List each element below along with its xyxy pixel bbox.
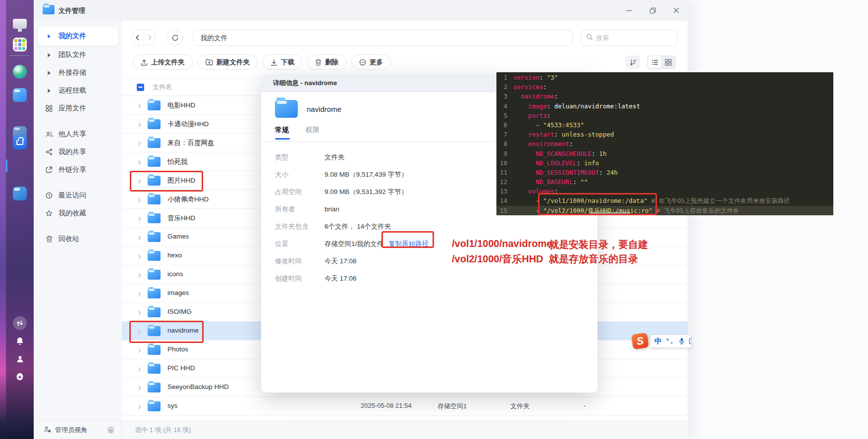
ime-keyboard-icon[interactable] (689, 338, 692, 344)
toolbar-button-2[interactable]: 新建文件夹 (198, 54, 258, 70)
expander-icon[interactable] (137, 215, 142, 224)
sidebar-item-7[interactable]: 我的共享 (38, 144, 118, 160)
sort-icon[interactable] (625, 55, 640, 69)
sidebar-item-3[interactable]: 外接存储 (38, 64, 118, 81)
ime-language-toggle[interactable]: 中 (654, 337, 662, 346)
expander-icon[interactable] (137, 140, 142, 148)
folder-icon (148, 345, 161, 355)
desktop-icon[interactable] (13, 19, 27, 29)
code-line-7: 7 restart: unless-stopped (496, 130, 833, 139)
back-button[interactable] (132, 30, 144, 45)
code-token: "" (580, 178, 588, 186)
sidebar-item-11[interactable]: 回收站 (38, 231, 118, 247)
file-name: hexo (167, 251, 182, 259)
status-gear-icon[interactable] (107, 427, 114, 434)
sidebar-item-8[interactable]: 外链分享 (38, 161, 118, 178)
code-line-1: 1version: "3" (496, 73, 833, 82)
toolbar-button-4[interactable]: 删除 (307, 54, 346, 70)
file-name: PIC HHD (167, 364, 195, 372)
code-token: : (577, 159, 584, 167)
maximize-button[interactable] (647, 5, 658, 16)
expander-icon[interactable] (137, 384, 142, 393)
sidebar-item-10[interactable]: 我的收藏 (38, 205, 118, 222)
field-label: 类型 (275, 153, 325, 162)
ime-toolbar: S 中 °， (632, 334, 692, 348)
field-label: 大小 (275, 170, 325, 179)
minimize-button[interactable] (623, 5, 634, 16)
expander-icon[interactable] (137, 309, 142, 318)
sidebar-item-label: 我的收藏 (58, 209, 86, 218)
sidebar-item-2[interactable]: 团队文件 (38, 47, 118, 63)
field-value: 6个文件， 14个文件夹 (325, 222, 391, 231)
expander-icon[interactable] (137, 121, 142, 130)
ime-logo-icon[interactable]: S (631, 333, 649, 349)
notifications-icon[interactable] (13, 334, 27, 348)
ime-microphone-icon[interactable] (679, 338, 685, 344)
dialog-tab-1[interactable]: 常规 (275, 126, 289, 140)
app-store-icon[interactable] (13, 136, 27, 149)
select-all-checkbox[interactable] (137, 84, 144, 91)
settings-icon[interactable] (13, 370, 27, 384)
browser-app-icon[interactable] (13, 65, 27, 79)
expander-icon[interactable] (137, 102, 142, 111)
file-manager-icon[interactable] (13, 187, 27, 200)
sidebar-item-6[interactable]: 他人共享 (38, 126, 118, 143)
code-scrollbar-thumb[interactable] (591, 212, 630, 214)
file-row-sys[interactable]: sys2025-05-08 21:54存储空间1文件夹- (122, 397, 688, 416)
files-app-icon[interactable] (13, 88, 27, 102)
toolbar-button-5[interactable]: 更多 (351, 54, 391, 70)
sidebar-item-4[interactable]: 远程挂载 (38, 82, 118, 99)
app-center-icon[interactable] (13, 38, 27, 51)
dialog-tab-2[interactable]: 权限 (306, 126, 320, 140)
dialog-field-8: 创建时间今天 17:06 (275, 270, 588, 287)
folder-icon (148, 232, 161, 242)
search-icon (586, 34, 593, 43)
file-name: Games (167, 233, 189, 240)
sidebar-item-label: 他人共享 (58, 130, 86, 139)
selection-count: 选中 1 项 (共 18 项) (135, 426, 191, 435)
expander-icon[interactable] (137, 271, 142, 280)
code-token: restart (528, 131, 554, 138)
list-view-icon[interactable] (648, 56, 661, 68)
clock-icon (45, 192, 54, 199)
more-icon (359, 59, 366, 66)
line-number: 8 (496, 139, 513, 148)
sidebar: 我的文件团队文件外接存储远程挂载应用文件他人共享我的共享外链分享最近访问我的收藏… (34, 21, 122, 421)
toolbar-button-1[interactable]: 上传文件夹 (133, 54, 193, 70)
copy-path-link[interactable]: 复制原始路径 (388, 240, 429, 248)
expander-icon[interactable] (137, 234, 142, 243)
user-icon[interactable] (13, 352, 27, 366)
sidebar-item-label: 应用文件 (58, 104, 86, 113)
ime-punctuation-icon[interactable]: °， (666, 337, 674, 345)
expander-icon[interactable] (137, 365, 142, 374)
expander-icon[interactable] (137, 158, 142, 167)
code-token (513, 140, 528, 147)
expander-icon[interactable] (137, 290, 142, 299)
expander-icon[interactable] (137, 403, 142, 412)
toolbar-button-3[interactable]: 下载 (263, 54, 302, 70)
expander-icon[interactable] (137, 252, 142, 261)
folder-icon (148, 157, 161, 167)
sidebar-item-1[interactable]: 我的文件 (38, 27, 118, 46)
forward-button[interactable] (144, 30, 156, 45)
field-label: 所有者 (275, 205, 325, 214)
search-input[interactable] (596, 34, 665, 42)
code-token: image (528, 102, 547, 110)
grid-view-icon[interactable] (661, 56, 675, 68)
expander-icon[interactable] (137, 196, 142, 205)
close-button[interactable] (671, 5, 682, 16)
expander-icon[interactable] (137, 177, 142, 186)
refresh-button[interactable] (166, 30, 183, 46)
code-token: : (573, 178, 580, 186)
file-name: 小猪佩奇HHD (167, 195, 209, 204)
field-value: 今天 17:06 (325, 274, 357, 283)
address-bar[interactable] (193, 30, 573, 46)
file-name: 来自：百度网盘 (167, 139, 215, 147)
sidebar-item-9[interactable]: 最近访问 (38, 187, 118, 204)
expander-icon[interactable] (137, 328, 142, 337)
line-number: 1 (496, 73, 513, 82)
sidebar-item-5[interactable]: 应用文件 (38, 100, 118, 117)
transfer-icon[interactable] (13, 316, 27, 330)
code-line-14: 14 - "/vol1/1000/navidrome:/data" # 在飞牛O… (496, 196, 833, 205)
expander-icon[interactable] (137, 346, 142, 355)
